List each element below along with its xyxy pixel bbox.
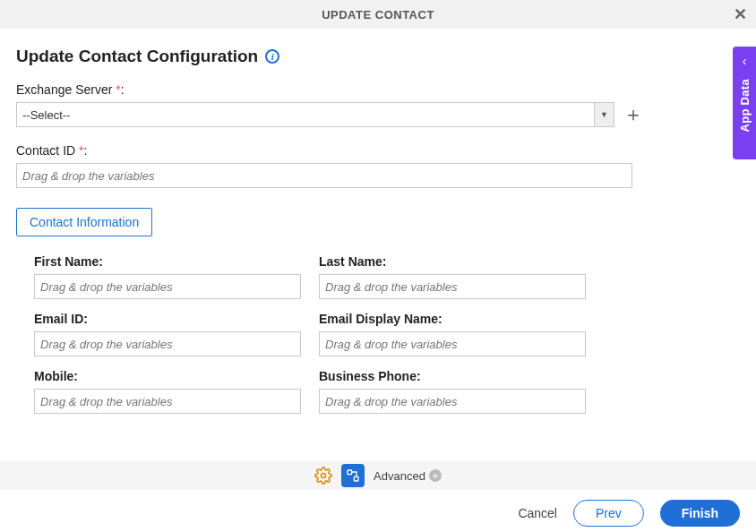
exchange-server-value: --Select-- [17,103,594,126]
page-title-text: Update Contact Configuration [16,47,258,66]
close-icon[interactable]: ✕ [734,6,748,22]
business-phone-input[interactable] [319,389,586,414]
dialog-title: UPDATE CONTACT [322,8,434,21]
flow-icon[interactable] [341,464,365,487]
dialog-header: UPDATE CONTACT ✕ [0,0,756,29]
side-tab-label: App Data [738,79,752,132]
contact-form-area: First Name: Email ID: Mobile: Last Name: [16,254,740,433]
finish-button[interactable]: Finish [660,500,740,527]
mobile-input[interactable] [34,389,301,414]
last-name-label: Last Name: [319,254,586,269]
footer-actions: Cancel Prev Finish [0,494,756,532]
chevron-left-icon: ‹ [743,54,747,68]
plus-circle-icon: + [429,469,442,482]
gear-icon[interactable] [314,467,332,485]
add-server-button[interactable]: ＋ [623,105,643,124]
info-icon[interactable]: i [265,49,279,64]
business-phone-label: Business Phone: [319,369,586,383]
prev-button[interactable]: Prev [573,500,644,527]
exchange-server-label: Exchange Server *: [16,82,740,97]
svg-point-0 [322,474,326,478]
email-display-name-label: Email Display Name: [319,312,586,326]
chevron-down-icon[interactable]: ▼ [594,103,614,126]
tab-contact-information[interactable]: Contact Information [16,208,152,236]
contact-id-label: Contact ID *: [16,143,740,158]
mobile-label: Mobile: [34,369,301,383]
svg-rect-1 [348,470,352,475]
exchange-server-select[interactable]: --Select-- ▼ [16,102,614,127]
svg-rect-2 [354,476,358,481]
app-data-side-tab[interactable]: ‹ App Data [733,47,756,159]
page-title: Update Contact Configuration i [16,47,740,66]
first-name-label: First Name: [34,254,301,269]
email-id-input[interactable] [34,331,301,356]
advanced-label-text: Advanced [374,469,425,483]
first-name-input[interactable] [34,274,301,299]
email-id-label: Email ID: [34,312,301,326]
contact-id-input[interactable] [16,163,632,188]
email-display-name-input[interactable] [319,331,586,356]
cancel-button[interactable]: Cancel [518,506,557,520]
footer-toolbar: Advanced + [0,461,756,490]
last-name-input[interactable] [319,274,586,299]
advanced-toggle[interactable]: Advanced + [374,469,442,483]
